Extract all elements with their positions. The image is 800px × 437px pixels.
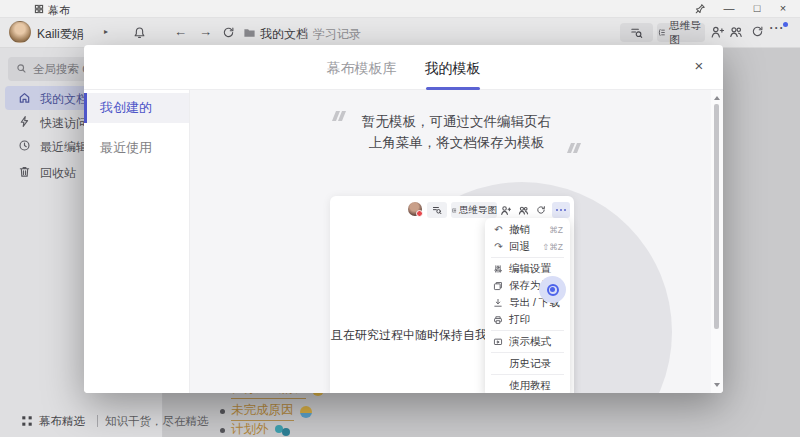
mindmap-label: 思维导图 bbox=[669, 19, 705, 47]
sidebar-item-label: 最近编辑 bbox=[40, 139, 88, 156]
tab-my-templates[interactable]: 我的模板 bbox=[425, 60, 481, 78]
mindmap-toggle-button[interactable]: 思维导图 bbox=[657, 23, 705, 42]
menu-divider bbox=[491, 257, 564, 258]
user-avatar[interactable] bbox=[9, 21, 31, 43]
mini-share-user-icon bbox=[500, 205, 511, 216]
modal-header: 幕布模板库 我的模板 × bbox=[84, 45, 723, 90]
mini-doc-text: 且在研究过程中随时保持自我批 bbox=[331, 327, 499, 344]
emoji-paw-prints bbox=[275, 425, 291, 437]
featured-slogan: 知识干货，尽在精选 bbox=[105, 414, 209, 429]
modal-side-panel: 我创建的 最近使用 bbox=[84, 90, 190, 393]
notifications-bell-icon[interactable] bbox=[133, 26, 146, 39]
bullet-icon bbox=[220, 428, 225, 433]
scrollbar-thumb[interactable] bbox=[714, 104, 719, 329]
tutorial-target-marker bbox=[539, 276, 566, 303]
window-titlebar: 幕布 — □ × bbox=[0, 0, 800, 18]
sidebar-item-label: 我的文档 bbox=[40, 91, 88, 108]
mini-search-button bbox=[427, 202, 447, 218]
mini-mindmap-button: 思维导图 bbox=[451, 202, 497, 218]
menu-item-tutorial[interactable]: 使用教程 bbox=[485, 377, 570, 393]
mini-avatar bbox=[408, 202, 422, 216]
target-ring-icon bbox=[547, 284, 559, 296]
nav-back-icon[interactable]: ← bbox=[174, 24, 187, 39]
nav-forward-icon[interactable]: → bbox=[199, 24, 212, 39]
app-logo-icon bbox=[34, 4, 44, 14]
menu-item-undo[interactable]: ↶ 撤销 ⌘Z bbox=[485, 221, 570, 238]
menu-item-print[interactable]: 打印 bbox=[485, 311, 570, 328]
notification-dot bbox=[783, 22, 788, 27]
window-title: 幕布 bbox=[48, 3, 70, 18]
panel-item-created-by-me[interactable]: 我创建的 bbox=[84, 93, 189, 123]
modal-scrollbar[interactable] bbox=[711, 90, 723, 393]
footer-divider bbox=[97, 415, 98, 427]
presentation-icon bbox=[493, 337, 504, 347]
menu-divider bbox=[491, 374, 564, 375]
redo-icon: ↷ bbox=[493, 241, 504, 252]
more-dropdown-menu: ↶ 撤销 ⌘Z ↷ 回退 ⇧⌘Z 编辑设置 bbox=[485, 218, 570, 393]
menu-item-history[interactable]: 历史记录 bbox=[485, 355, 570, 372]
refresh-icon[interactable] bbox=[222, 26, 235, 39]
menu-item-presentation-mode[interactable]: 演示模式 bbox=[485, 333, 570, 350]
featured-grid-icon bbox=[21, 415, 33, 427]
user-name[interactable]: Kaili爱娟 bbox=[37, 26, 84, 43]
close-window-button[interactable]: × bbox=[771, 0, 795, 18]
doc-bullet-item: 计划外 bbox=[220, 421, 291, 437]
empty-state-text: 暂无模板，可通过文件编辑页右 上角菜单，将文档保存为模板 bbox=[362, 111, 551, 153]
sliders-icon bbox=[493, 264, 504, 274]
quote-mark-icon bbox=[334, 111, 344, 121]
app-toolbar: Kaili爱娟 ▸ ← → 我的文档 | 学习记录 思维导图 bbox=[0, 18, 800, 48]
breadcrumb-divider: | bbox=[304, 25, 307, 39]
breadcrumb-my-docs[interactable]: 我的文档 bbox=[260, 26, 308, 43]
tab-template-library[interactable]: 幕布模板库 bbox=[327, 60, 397, 78]
menu-item-redo[interactable]: ↷ 回退 ⇧⌘Z bbox=[485, 238, 570, 255]
menu-item-edit-settings[interactable]: 编辑设置 bbox=[485, 260, 570, 277]
emoji-crying-face bbox=[300, 406, 312, 418]
folder-icon bbox=[243, 26, 256, 39]
modal-content: 暂无模板，可通过文件编辑页右 上角菜单，将文档保存为模板 思维导图 bbox=[190, 90, 723, 393]
doc-bullet-item: 未完成原因 bbox=[220, 402, 312, 421]
modal-tabs: 幕布模板库 我的模板 bbox=[84, 45, 723, 78]
user-menu-caret-icon[interactable]: ▸ bbox=[104, 27, 108, 36]
menu-divider bbox=[491, 352, 564, 353]
scroll-down-arrow-icon[interactable] bbox=[714, 383, 720, 387]
sidebar-item-label: 回收站 bbox=[40, 165, 76, 182]
sidebar-item-label: 快速访问 bbox=[40, 115, 88, 132]
featured-banner[interactable]: 幕布精选 知识干货，尽在精选 bbox=[0, 412, 230, 432]
bullet-icon bbox=[220, 409, 225, 414]
mini-collaborators-icon bbox=[518, 205, 529, 216]
panel-item-recently-used[interactable]: 最近使用 bbox=[84, 133, 189, 163]
undo-icon: ↶ bbox=[493, 224, 504, 235]
modal-body: 我创建的 最近使用 暂无模板，可通过文件编辑页右 上角菜单，将文档保存为模板 bbox=[84, 90, 723, 393]
pin-window-icon[interactable] bbox=[694, 3, 706, 15]
search-button[interactable] bbox=[620, 23, 653, 42]
quote-mark-icon bbox=[569, 143, 579, 153]
mini-sync-icon bbox=[536, 205, 546, 215]
download-icon bbox=[493, 298, 504, 308]
share-user-icon[interactable] bbox=[710, 25, 724, 39]
menu-divider bbox=[491, 330, 564, 331]
sync-icon[interactable] bbox=[751, 25, 764, 38]
template-icon bbox=[493, 281, 504, 291]
app-window: 幕布 — □ × Kaili爱娟 ▸ ← → 我的文档 | 学习记录 思维导图 bbox=[0, 0, 800, 437]
featured-brand: 幕布精选 bbox=[39, 414, 85, 429]
mini-more-menu-button bbox=[552, 202, 570, 218]
breadcrumb-doc-title[interactable]: 学习记录 bbox=[313, 26, 361, 43]
scroll-up-arrow-icon[interactable] bbox=[714, 96, 720, 100]
printer-icon bbox=[493, 315, 504, 325]
minimize-button[interactable]: — bbox=[717, 0, 741, 18]
templates-modal: 幕布模板库 我的模板 × 我创建的 最近使用 暂无模板，可通过文件编辑页右 上角… bbox=[84, 45, 723, 393]
modal-close-icon[interactable]: × bbox=[690, 57, 708, 74]
maximize-button[interactable]: □ bbox=[745, 0, 769, 18]
collaborators-icon[interactable] bbox=[729, 25, 743, 39]
